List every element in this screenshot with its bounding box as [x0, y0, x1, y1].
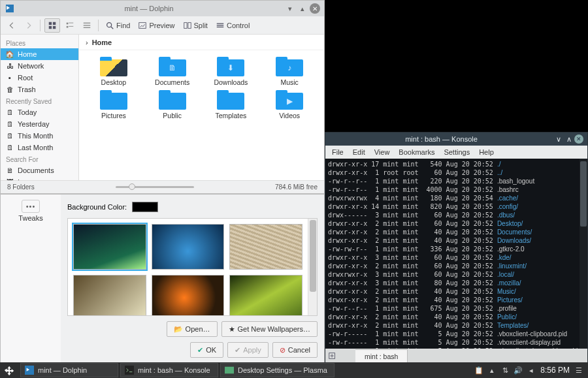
view-details-button[interactable]: [80, 18, 94, 33]
konsole-titlebar[interactable]: mint : bash — Konsole ∨ ∧ ✕: [325, 133, 587, 146]
menu-edit[interactable]: Edit: [353, 148, 365, 156]
svg-rect-16: [217, 25, 224, 25]
sidebar-item-label: Yesterday: [18, 120, 50, 128]
dolphin-icon: [25, 366, 34, 375]
volume-icon[interactable]: 🔊: [514, 366, 522, 374]
wallpaper-thumb[interactable]: [152, 275, 225, 316]
tweaks-label: Tweaks: [18, 214, 42, 222]
network-icon[interactable]: ⇅: [501, 366, 509, 374]
sidebar-item-trash[interactable]: 🗑Trash: [1, 84, 78, 95]
task-label: mint — Dolphin: [38, 366, 87, 374]
start-button[interactable]: [0, 362, 18, 378]
task-dolphin[interactable]: mint — Dolphin: [20, 363, 118, 377]
wallpaper-thumb[interactable]: [73, 275, 146, 316]
svg-rect-10: [84, 27, 91, 27]
desktop-background: [325, 0, 588, 132]
minimize-icon[interactable]: ▾: [285, 3, 295, 14]
menu-help[interactable]: Help: [479, 148, 494, 156]
folder-videos[interactable]: ▶Videos: [263, 90, 316, 119]
apply-label: Apply: [243, 346, 261, 354]
folder-templates[interactable]: Templates: [204, 90, 257, 119]
sidebar-item-root[interactable]: ▪Root: [1, 72, 78, 84]
split-button[interactable]: Split: [180, 18, 210, 33]
separator: ◂: [527, 366, 535, 374]
forward-button[interactable]: [22, 18, 36, 33]
get-new-button[interactable]: ★Get New Wallpapers…: [221, 321, 318, 337]
sidebar-item-images[interactable]: 🖼Images: [1, 176, 78, 180]
dolphin-title: mint — Dolphin: [15, 5, 283, 12]
🏠-icon: 🏠: [6, 50, 14, 58]
dolphin-app-icon: [5, 3, 15, 14]
clipboard-icon[interactable]: 📋: [475, 366, 483, 374]
konsole-tab[interactable]: mint : bash: [355, 349, 408, 362]
menu-settings[interactable]: Settings: [444, 148, 470, 156]
control-label: Control: [227, 22, 250, 29]
minimize-icon[interactable]: ∨: [556, 135, 561, 144]
open-button[interactable]: 📂Open…: [167, 321, 218, 337]
sidebar-item-yesterday[interactable]: 🗓Yesterday: [1, 118, 78, 130]
folder-documents[interactable]: 🗎Documents: [146, 57, 199, 86]
sidebar-item-today[interactable]: 🗓Today: [1, 106, 78, 118]
settings-icon: [225, 366, 234, 375]
breadcrumb-home[interactable]: Home: [92, 39, 112, 46]
scrollbar[interactable]: [580, 159, 587, 349]
control-button[interactable]: Control: [213, 18, 252, 33]
dolphin-titlebar[interactable]: mint — Dolphin ▾ ▴ ✕: [1, 1, 324, 16]
split-label: Split: [194, 22, 208, 29]
konsole-title: mint : bash — Konsole: [329, 135, 553, 143]
terminal-output[interactable]: drwxr-xr-x 17 mint mint 540 Aug 20 20:52…: [325, 159, 587, 349]
wallpaper-thumb[interactable]: [152, 224, 225, 270]
sidebar-item-documents[interactable]: 🗎Documents: [1, 165, 78, 176]
sidebar-item-this-month[interactable]: 🗓This Month: [1, 130, 78, 142]
apply-button[interactable]: ✔Apply: [227, 342, 269, 358]
search-section-label: Search For: [1, 153, 78, 165]
wallpaper-thumb[interactable]: [229, 275, 302, 316]
find-button[interactable]: Find: [103, 18, 133, 33]
show-desktop-icon[interactable]: ☰: [575, 366, 583, 374]
bgcolor-swatch[interactable]: [132, 202, 158, 212]
folder-desktop[interactable]: Desktop: [88, 57, 140, 86]
folder-public[interactable]: Public: [146, 90, 199, 119]
breadcrumb[interactable]: › Home: [79, 35, 324, 50]
desktop-settings-window: ••• Tweaks Background Color: 📂Open…: [0, 194, 325, 364]
cancel-button[interactable]: ⊘Cancel: [272, 342, 318, 358]
sidebar-item-last-month[interactable]: 🗓Last Month: [1, 142, 78, 153]
svg-rect-17: [217, 26, 224, 27]
folder-music[interactable]: ♪Music: [263, 57, 316, 86]
menu-bookmarks[interactable]: Bookmarks: [399, 148, 434, 156]
back-button[interactable]: [5, 18, 19, 33]
clock[interactable]: 8:56 PM: [540, 366, 570, 375]
preview-button[interactable]: Preview: [135, 18, 177, 33]
task-konsole[interactable]: mint : bash — Konsole: [120, 363, 218, 377]
tray-arrow-icon[interactable]: ▴: [488, 366, 496, 374]
task-settings[interactable]: Desktop Settings — Plasma: [220, 363, 335, 377]
maximize-icon[interactable]: ▴: [297, 3, 308, 14]
folder-downloads[interactable]: ⬇Downloads: [204, 57, 257, 86]
view-icons-button[interactable]: [44, 18, 60, 33]
menu-view[interactable]: View: [374, 148, 390, 156]
folder-pictures[interactable]: Pictures: [88, 90, 140, 119]
🗓-icon: 🗓: [6, 108, 14, 116]
new-tab-button[interactable]: [325, 349, 340, 363]
check-icon: ✔: [197, 346, 203, 354]
wallpaper-thumb[interactable]: [229, 224, 302, 270]
close-icon[interactable]: ✕: [310, 3, 320, 14]
folder-icon: ♪: [276, 57, 303, 76]
sidebar-item-tweaks[interactable]: ••• Tweaks: [18, 200, 42, 222]
folder-icon: ▶: [276, 90, 303, 110]
close-icon[interactable]: ✕: [574, 134, 583, 144]
sidebar-item-home[interactable]: 🏠Home: [1, 48, 78, 60]
scrollbar[interactable]: [308, 219, 317, 315]
view-compact-button[interactable]: [63, 18, 77, 33]
wallpaper-thumb[interactable]: [73, 224, 146, 270]
maximize-icon[interactable]: ∧: [566, 135, 572, 144]
folder-label: Documents: [155, 78, 189, 86]
zoom-slider[interactable]: [35, 186, 275, 188]
ok-button[interactable]: ✔OK: [190, 342, 223, 358]
sidebar-item-network[interactable]: 🖧Network: [1, 60, 78, 72]
folder-icon: [159, 90, 186, 110]
menu-file[interactable]: File: [332, 148, 344, 156]
folder-label: Pictures: [101, 112, 126, 119]
dolphin-toolbar: Find Preview Split Control: [1, 16, 324, 35]
svg-point-11: [107, 22, 112, 27]
